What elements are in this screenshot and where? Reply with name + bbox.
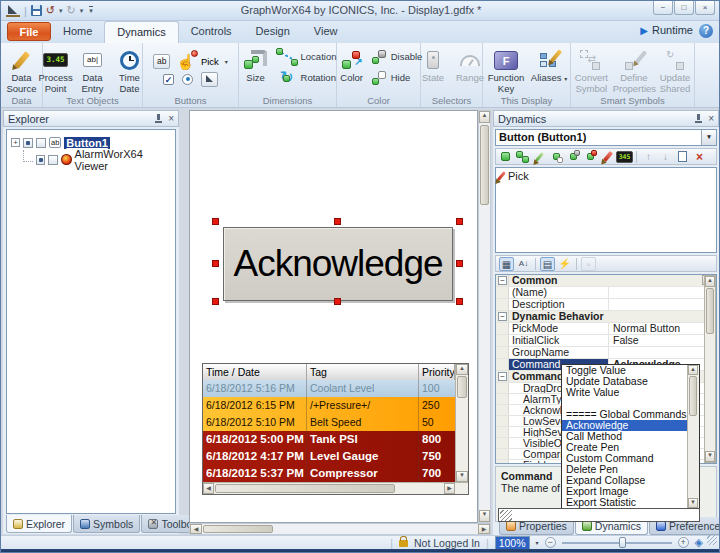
color-dynamic-button[interactable]: [583, 150, 598, 164]
dynamics-list[interactable]: Pick: [495, 167, 717, 253]
dropdown-item[interactable]: Toggle Value: [562, 365, 687, 376]
visibility-checkbox[interactable]: [36, 155, 46, 165]
zoom-slider[interactable]: [562, 542, 672, 544]
collapse-icon[interactable]: −: [498, 312, 507, 321]
zoom-dropdown-icon[interactable]: ▾: [536, 539, 539, 546]
location-dynamic-button[interactable]: [549, 150, 564, 164]
help-icon[interactable]: ?: [699, 24, 713, 38]
dropdown-item[interactable]: Delete Pen: [562, 464, 687, 475]
color-button[interactable]: ↗ Color: [335, 46, 369, 84]
tab-explorer[interactable]: Explorer: [6, 515, 72, 533]
sail-button[interactable]: [201, 72, 218, 87]
property-category[interactable]: −Dynamic Behavior: [496, 311, 716, 323]
pick-button[interactable]: Pick: [201, 56, 219, 67]
scroll-thumb[interactable]: [457, 376, 467, 398]
disable-button[interactable]: Disable: [372, 46, 423, 67]
tree-item-label[interactable]: AlarmWorX64 Viewer: [75, 148, 175, 172]
zoom-slider-thumb[interactable]: [619, 537, 626, 548]
restore-button[interactable]: □: [674, 1, 694, 15]
object-selector-combo[interactable]: Button (Button1) ▾: [495, 129, 717, 146]
scroll-left-icon[interactable]: ◀: [203, 483, 214, 494]
scroll-thumb[interactable]: [480, 125, 489, 205]
property-pages-button[interactable]: ▤: [540, 257, 555, 271]
tab-dynamics[interactable]: Dynamics: [104, 21, 178, 43]
minimize-button[interactable]: −: [653, 1, 673, 15]
scroll-thumb[interactable]: [203, 525, 273, 533]
table-row[interactable]: 6/18/2012 5:10 PM Belt Speed 50: [203, 414, 455, 431]
selection-handle-ne[interactable]: [456, 218, 463, 225]
data-entry-button[interactable]: ab| Data Entry: [76, 46, 110, 94]
alarm-viewer-table[interactable]: Time / Date Tag Priority 6/18/2012 5:16 …: [202, 363, 469, 495]
close-panel-icon[interactable]: ×: [168, 114, 174, 124]
table-row[interactable]: 6/18/2012 5:00 PM Tank PSI 800: [203, 431, 455, 448]
scroll-down-icon[interactable]: ▼: [456, 471, 468, 482]
selection-handle-nw[interactable]: [212, 218, 219, 225]
time-date-button[interactable]: Time Date: [113, 46, 147, 94]
function-key-button[interactable]: F Function Key: [485, 46, 527, 94]
close-panel-icon[interactable]: ×: [708, 114, 714, 124]
dropdown-item[interactable]: Write Value: [562, 387, 687, 398]
column-header[interactable]: Priority: [419, 364, 455, 380]
dropdown-item[interactable]: Export Statistic: [562, 497, 687, 508]
visibility-checkbox[interactable]: [23, 138, 33, 148]
collapse-icon[interactable]: −: [498, 276, 507, 285]
dropdown-item[interactable]: Expand Collapse: [562, 475, 687, 486]
property-row[interactable]: GroupName: [496, 347, 716, 359]
tag-dynamic-button[interactable]: [532, 150, 547, 164]
table-row[interactable]: 6/18/2012 6:15 PM /+Pressure+/ 250: [203, 397, 455, 414]
tree-item-alarmworx-viewer[interactable]: AlarmWorX64 Viewer: [23, 152, 175, 167]
events-button[interactable]: ⚡: [557, 257, 572, 271]
dropdown-item-selected[interactable]: Acknowledge: [562, 420, 687, 431]
dropdown-item[interactable]: Call Method: [562, 431, 687, 442]
copy-dynamic-button[interactable]: [675, 150, 690, 164]
scroll-down-icon[interactable]: ▼: [705, 451, 715, 462]
design-canvas[interactable]: Acknowledge Time / Date Tag Priority 6/1…: [189, 110, 478, 523]
canvas-horizontal-scrollbar[interactable]: ◀ ▶: [189, 523, 491, 535]
scroll-thumb[interactable]: [706, 288, 714, 334]
dropdown-item[interactable]: [562, 398, 687, 409]
lock-checkbox[interactable]: [48, 155, 58, 165]
process-point-chip-button[interactable]: 345: [617, 150, 632, 164]
property-row[interactable]: (Name): [496, 287, 716, 299]
scroll-thumb[interactable]: [215, 484, 395, 493]
selection-handle-e[interactable]: [456, 260, 463, 267]
size-dynamic-button[interactable]: [566, 150, 581, 164]
collapse-icon[interactable]: −: [498, 372, 507, 381]
tab-home[interactable]: Home: [51, 21, 104, 43]
dynamics-list-item-pick[interactable]: Pick: [496, 168, 716, 182]
property-row[interactable]: InitialClickFalse: [496, 335, 716, 347]
link-dynamic-button[interactable]: [515, 150, 530, 164]
close-button[interactable]: ×: [695, 1, 715, 15]
scroll-thumb[interactable]: [689, 376, 697, 416]
scroll-left-icon[interactable]: ◀: [190, 524, 202, 534]
dropdown-scrollbar[interactable]: ▲ ▼: [687, 365, 699, 508]
scroll-up-icon[interactable]: ▲: [688, 365, 698, 375]
zoom-out-button[interactable]: −: [545, 537, 556, 548]
selection-handle-sw[interactable]: [212, 298, 219, 305]
pick-hand-icon[interactable]: ☝: [176, 54, 195, 70]
runtime-button[interactable]: ▶ Runtime: [640, 24, 693, 36]
hide-button[interactable]: Hide: [372, 67, 423, 88]
selection-handle-n[interactable]: [334, 218, 341, 225]
dropdown-item[interactable]: Update Database: [562, 376, 687, 387]
selection-handle-se[interactable]: [456, 298, 463, 305]
zoom-level-combo[interactable]: 100%: [495, 536, 530, 549]
tab-view[interactable]: View: [302, 21, 350, 43]
ab-button[interactable]: ab: [153, 54, 170, 69]
resize-grip-icon[interactable]: [500, 510, 512, 521]
pin-icon[interactable]: [693, 113, 704, 124]
table-row[interactable]: 6/18/2012 5:37 PM Compressor 700: [203, 465, 455, 482]
scroll-down-icon[interactable]: ▼: [688, 498, 698, 508]
add-datasource-button[interactable]: [498, 150, 513, 164]
tab-file[interactable]: File: [7, 22, 51, 41]
alphabetical-sort-button[interactable]: A↓: [516, 257, 531, 271]
canvas-vertical-scrollbar[interactable]: ▲ ▼: [478, 110, 491, 523]
location-button[interactable]: Location: [276, 46, 337, 67]
tab-symbols[interactable]: Symbols: [73, 515, 140, 533]
expand-icon[interactable]: +: [11, 138, 20, 147]
scroll-up-icon[interactable]: ▲: [479, 111, 490, 123]
table-vertical-scrollbar[interactable]: ▲ ▼: [455, 364, 468, 482]
scroll-right-icon[interactable]: ▶: [478, 524, 490, 534]
table-row[interactable]: 6/18/2012 4:17 PM Level Gauge 750: [203, 448, 455, 465]
selection-handle-w[interactable]: [212, 260, 219, 267]
